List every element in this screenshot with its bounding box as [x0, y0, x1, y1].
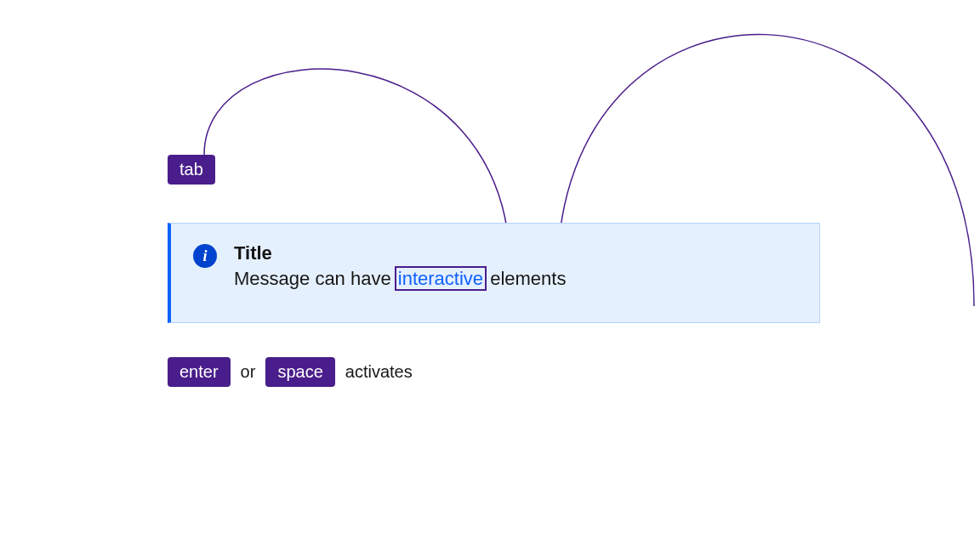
- activation-hint: enter or space activates: [168, 357, 413, 387]
- or-text: or: [241, 362, 256, 382]
- enter-key-label: enter: [179, 362, 219, 382]
- notification-message: Message can have interactive elements: [234, 268, 797, 290]
- space-key-label: space: [277, 362, 322, 382]
- message-before: Message can have: [234, 268, 396, 289]
- message-after: elements: [485, 268, 566, 289]
- interactive-link[interactable]: interactive: [396, 268, 485, 289]
- space-key: space: [265, 357, 334, 387]
- notification-title: Title: [234, 242, 797, 264]
- info-icon: i: [193, 244, 217, 268]
- enter-key: enter: [168, 357, 231, 387]
- tab-key: tab: [168, 155, 215, 185]
- notification-body: Title Message can have interactive eleme…: [234, 242, 797, 290]
- tab-key-label: tab: [179, 160, 203, 179]
- activates-text: activates: [345, 362, 413, 382]
- notification-banner: i Title Message can have interactive ele…: [168, 223, 820, 323]
